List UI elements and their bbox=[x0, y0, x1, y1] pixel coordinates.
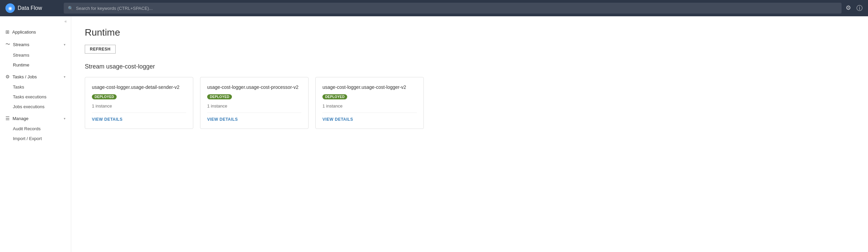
refresh-button[interactable]: REFRESH bbox=[85, 45, 116, 54]
card-2-title: usage-cost-logger.usage-cost-processor-v… bbox=[207, 84, 298, 91]
card-1-title: usage-cost-logger.usage-detail-sender-v2 bbox=[92, 84, 179, 91]
manage-icon: ☰ bbox=[5, 116, 10, 121]
sidebar: « ⊞ Applications 〜 Streams ▾ Streams Run… bbox=[0, 16, 71, 252]
card-2-view-details-button[interactable]: VIEW DETAILS bbox=[207, 117, 301, 122]
card-1-view-details-button[interactable]: VIEW DETAILS bbox=[92, 117, 186, 122]
card-1-divider bbox=[92, 113, 186, 113]
search-bar[interactable]: 🔍 Search for keywords (CTRL+SPACE)... bbox=[64, 3, 842, 14]
card-2-divider bbox=[207, 113, 301, 113]
sidebar-item-tasks-jobs[interactable]: ⚙ Tasks / Jobs ▾ bbox=[0, 71, 71, 82]
tasks-executions-label: Tasks executions bbox=[13, 94, 46, 99]
card-1-badge: DEPLOYED bbox=[92, 94, 117, 99]
tasks-label: Tasks bbox=[13, 84, 24, 90]
sidebar-section-applications: ⊞ Applications bbox=[0, 26, 71, 37]
search-icon: 🔍 bbox=[68, 6, 73, 11]
collapse-icon: « bbox=[64, 19, 67, 24]
top-nav: ◉ Data Flow 🔍 Search for keywords (CTRL+… bbox=[0, 0, 868, 16]
streams-list-label: Streams bbox=[13, 53, 29, 58]
sidebar-item-audit-records[interactable]: Audit Records bbox=[0, 124, 71, 134]
card-1-header: usage-cost-logger.usage-detail-sender-v2… bbox=[92, 84, 186, 99]
brand: ◉ Data Flow bbox=[5, 3, 60, 13]
sidebar-section-streams: 〜 Streams ▾ Streams Runtime bbox=[0, 39, 71, 70]
brand-title: Data Flow bbox=[18, 5, 42, 11]
cards-grid: usage-cost-logger.usage-detail-sender-v2… bbox=[85, 77, 854, 129]
sidebar-collapse-btn[interactable]: « bbox=[0, 16, 71, 26]
card-3-badge: DEPLOYED bbox=[322, 94, 347, 99]
streams-chevron: ▾ bbox=[64, 43, 65, 46]
stream-section-title: Stream usage-cost-logger bbox=[85, 63, 854, 70]
sidebar-item-applications[interactable]: ⊞ Applications bbox=[0, 26, 71, 37]
settings-icon[interactable]: ⚙ bbox=[846, 4, 851, 12]
card-3-view-details-button[interactable]: VIEW DETAILS bbox=[322, 117, 417, 122]
jobs-executions-label: Jobs executions bbox=[13, 104, 44, 109]
brand-logo: ◉ bbox=[5, 3, 15, 13]
sidebar-section-manage: ☰ Manage ▾ Audit Records Import / Export bbox=[0, 113, 71, 143]
tasks-jobs-label: Tasks / Jobs bbox=[13, 74, 61, 79]
page-title: Runtime bbox=[85, 27, 854, 38]
card-3-title: usage-cost-logger.usage-cost-logger-v2 bbox=[322, 84, 406, 91]
sidebar-item-import-export[interactable]: Import / Export bbox=[0, 134, 71, 143]
tasks-icon: ⚙ bbox=[5, 74, 10, 79]
nav-icons: ⚙ ⓘ bbox=[846, 4, 863, 12]
import-export-label: Import / Export bbox=[13, 136, 42, 141]
card-2-badge: DEPLOYED bbox=[207, 94, 232, 99]
sidebar-item-jobs-executions[interactable]: Jobs executions bbox=[0, 102, 71, 112]
manage-chevron: ▾ bbox=[64, 117, 65, 120]
sidebar-item-manage[interactable]: ☰ Manage ▾ bbox=[0, 113, 71, 124]
main-content: Runtime REFRESH Stream usage-cost-logger… bbox=[71, 16, 868, 252]
manage-label: Manage bbox=[13, 116, 61, 121]
sidebar-item-tasks-executions[interactable]: Tasks executions bbox=[0, 92, 71, 102]
audit-records-label: Audit Records bbox=[13, 126, 41, 131]
card-3-instance: 1 instance bbox=[322, 103, 417, 109]
card-2-header: usage-cost-logger.usage-cost-processor-v… bbox=[207, 84, 301, 99]
applications-icon: ⊞ bbox=[5, 29, 9, 35]
card-3-header: usage-cost-logger.usage-cost-logger-v2 D… bbox=[322, 84, 417, 99]
sidebar-item-streams-list[interactable]: Streams bbox=[0, 50, 71, 60]
search-placeholder: Search for keywords (CTRL+SPACE)... bbox=[76, 6, 153, 11]
info-icon[interactable]: ⓘ bbox=[856, 4, 863, 12]
sidebar-item-runtime[interactable]: Runtime bbox=[0, 60, 71, 70]
sidebar-section-tasks-jobs: ⚙ Tasks / Jobs ▾ Tasks Tasks executions … bbox=[0, 71, 71, 112]
stream-card-3: usage-cost-logger.usage-cost-logger-v2 D… bbox=[315, 77, 424, 129]
runtime-label: Runtime bbox=[13, 62, 29, 67]
brand-logo-icon: ◉ bbox=[8, 5, 12, 11]
sidebar-item-tasks[interactable]: Tasks bbox=[0, 82, 71, 92]
stream-card-1: usage-cost-logger.usage-detail-sender-v2… bbox=[85, 77, 193, 129]
card-1-instance: 1 instance bbox=[92, 103, 186, 109]
layout: « ⊞ Applications 〜 Streams ▾ Streams Run… bbox=[0, 16, 868, 252]
stream-card-2: usage-cost-logger.usage-cost-processor-v… bbox=[200, 77, 309, 129]
sidebar-item-streams[interactable]: 〜 Streams ▾ bbox=[0, 39, 71, 50]
streams-icon: 〜 bbox=[5, 41, 10, 47]
tasks-chevron: ▾ bbox=[64, 75, 65, 79]
card-2-instance: 1 instance bbox=[207, 103, 301, 109]
applications-label: Applications bbox=[12, 30, 65, 35]
card-3-divider bbox=[322, 113, 417, 113]
streams-label: Streams bbox=[13, 42, 61, 47]
